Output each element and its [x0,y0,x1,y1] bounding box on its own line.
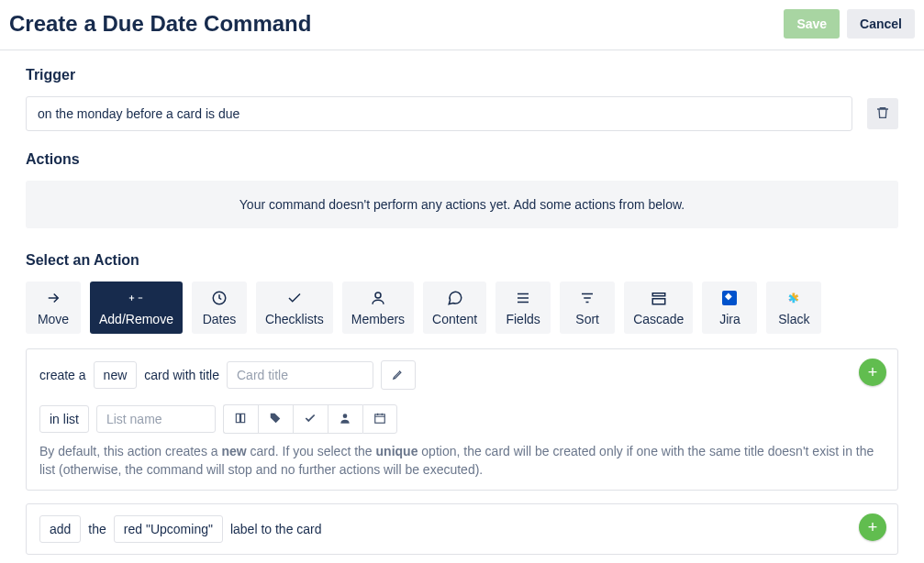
layout-icon [234,412,247,427]
option-label-button[interactable] [258,404,293,434]
tab-fields-label: Fields [506,312,540,326]
tab-dates[interactable]: Dates [192,282,247,334]
tab-content[interactable]: Content [423,282,486,334]
text-the: the [88,522,106,536]
tab-fields[interactable]: Fields [495,282,551,334]
tab-checklists-label: Checklists [265,312,324,326]
check-icon [304,412,317,427]
person-icon [370,289,386,307]
action-create-card: + create a new card with title in list B… [26,348,898,491]
list-icon [515,289,531,307]
chip-label-value[interactable]: red "Upcoming" [114,515,223,543]
header-buttons: Save Cancel [784,9,915,39]
tab-move[interactable]: Move [26,282,81,334]
svg-rect-4 [237,414,240,422]
clock-icon [211,289,228,307]
tab-add-remove[interactable]: Add/Remove [90,282,183,334]
tag-icon [269,412,282,427]
tab-members-label: Members [351,312,405,326]
tab-cascade-label: Cascade [633,312,684,326]
tab-checklists[interactable]: Checklists [256,282,333,334]
svg-point-1 [375,293,381,298]
filter-icon [579,289,596,307]
tab-dates-label: Dates [203,312,237,326]
card-title-input[interactable] [227,361,373,389]
tab-add-remove-label: Add/Remove [99,312,173,326]
edit-title-button[interactable] [381,360,416,390]
text-create-a: create a [39,368,86,382]
actions-empty-banner: Your command doesn't perform any actions… [26,181,898,228]
tab-move-label: Move [38,312,69,326]
check-icon [286,289,303,307]
tab-sort[interactable]: Sort [560,282,615,334]
create-card-help-text: By default, this action creates a new ca… [39,443,885,479]
person-icon [339,412,351,427]
option-date-button[interactable] [362,404,397,434]
trash-icon [875,105,890,123]
tab-slack-label: Slack [778,312,809,326]
cancel-button[interactable]: Cancel [847,9,915,39]
add-action-button[interactable]: + [859,359,886,386]
chip-new[interactable]: new [94,361,138,389]
text-card-with-title: card with title [144,368,219,382]
card-option-icons [223,404,397,434]
page-title: Create a Due Date Command [9,11,311,37]
arrow-right-icon [45,289,61,307]
add-action-button[interactable]: + [859,513,886,541]
list-name-input[interactable] [96,405,216,433]
chip-in-list[interactable]: in list [39,405,89,433]
option-member-button[interactable] [328,404,362,434]
svg-rect-3 [652,299,665,304]
option-position-button[interactable] [223,404,258,434]
action-tabs: Move Add/Remove Dates Checklists Members… [26,282,898,334]
svg-rect-5 [241,414,245,422]
actions-section-label: Actions [26,151,898,168]
tab-cascade[interactable]: Cascade [624,282,693,334]
save-button[interactable]: Save [784,9,840,39]
tab-jira-label: Jira [719,312,740,326]
svg-rect-7 [375,414,385,422]
tab-members[interactable]: Members [342,282,414,334]
speech-icon [447,289,463,307]
calendar-icon [373,412,386,427]
tab-jira[interactable]: Jira [702,282,757,334]
slack-icon: ✱ [788,289,799,307]
tab-slack[interactable]: ✱ Slack [766,282,821,334]
delete-trigger-button[interactable] [867,98,898,129]
text-label-to-card: label to the card [230,522,322,536]
tab-sort-label: Sort [575,312,599,326]
svg-rect-2 [652,293,665,296]
option-check-button[interactable] [293,404,328,434]
svg-point-6 [343,414,348,418]
trigger-text[interactable]: on the monday before a card is due [26,96,852,131]
action-add-label: + add the red "Upcoming" label to the ca… [26,503,898,555]
select-action-label: Select an Action [26,252,898,269]
tab-content-label: Content [432,312,477,326]
cascade-icon [651,289,667,307]
chip-add[interactable]: add [39,515,81,543]
pencil-icon [392,368,405,383]
plus-minus-icon [128,289,144,307]
jira-icon [722,289,737,307]
trigger-section-label: Trigger [26,67,898,83]
